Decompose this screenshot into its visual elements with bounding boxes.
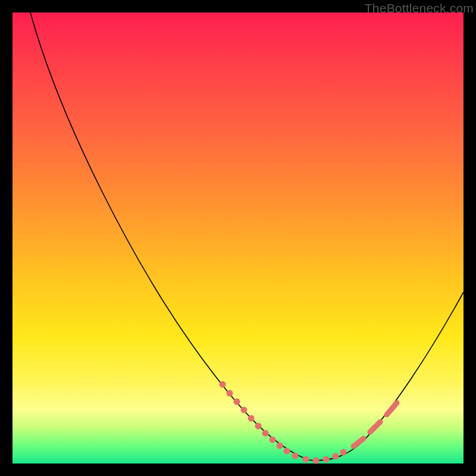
- marker-dot: [234, 399, 240, 405]
- marker-dot: [340, 449, 347, 456]
- plot-area: [12, 12, 464, 464]
- marker-dot: [262, 430, 269, 437]
- marker-dot: [227, 390, 233, 397]
- marker-dot: [292, 453, 299, 459]
- marker-dot: [323, 456, 330, 463]
- marker-dash: [387, 403, 397, 415]
- marker-dot: [277, 443, 283, 449]
- marker-dot: [220, 381, 226, 388]
- marker-dot: [255, 423, 262, 430]
- chart-svg: [12, 12, 464, 464]
- marker-dot: [241, 407, 248, 414]
- marker-dot: [248, 415, 255, 422]
- bottleneck-curve: [30, 12, 464, 461]
- highlight-markers: [220, 381, 397, 464]
- marker-dash: [353, 439, 364, 446]
- marker-dash: [370, 422, 380, 432]
- outer-frame: TheBottleneck.com: [0, 0, 476, 476]
- marker-dot: [313, 458, 320, 464]
- marker-dot: [284, 448, 290, 455]
- marker-dot: [270, 437, 276, 443]
- marker-dot: [333, 453, 339, 460]
- marker-dot: [303, 456, 309, 463]
- attribution-text: TheBottleneck.com: [365, 1, 474, 15]
